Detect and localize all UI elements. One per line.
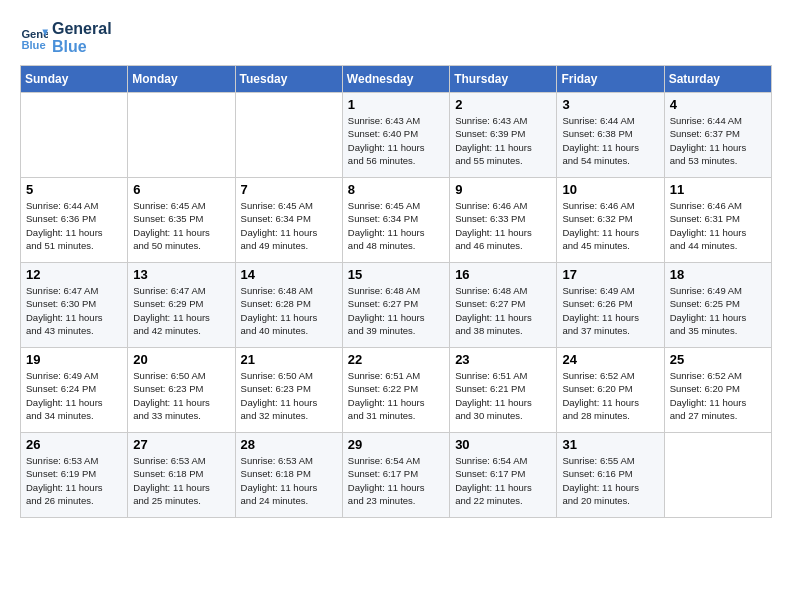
calendar-week-row: 1Sunrise: 6:43 AMSunset: 6:40 PMDaylight…: [21, 93, 772, 178]
calendar-cell: [128, 93, 235, 178]
day-info: Sunrise: 6:43 AMSunset: 6:39 PMDaylight:…: [455, 114, 551, 167]
day-info: Sunrise: 6:45 AMSunset: 6:35 PMDaylight:…: [133, 199, 229, 252]
day-number: 22: [348, 352, 444, 367]
day-info: Sunrise: 6:49 AMSunset: 6:25 PMDaylight:…: [670, 284, 766, 337]
calendar-cell: 21Sunrise: 6:50 AMSunset: 6:23 PMDayligh…: [235, 348, 342, 433]
day-info: Sunrise: 6:46 AMSunset: 6:31 PMDaylight:…: [670, 199, 766, 252]
day-number: 9: [455, 182, 551, 197]
calendar-cell: 30Sunrise: 6:54 AMSunset: 6:17 PMDayligh…: [450, 433, 557, 518]
calendar-cell: 15Sunrise: 6:48 AMSunset: 6:27 PMDayligh…: [342, 263, 449, 348]
day-info: Sunrise: 6:48 AMSunset: 6:28 PMDaylight:…: [241, 284, 337, 337]
calendar-cell: 28Sunrise: 6:53 AMSunset: 6:18 PMDayligh…: [235, 433, 342, 518]
day-info: Sunrise: 6:49 AMSunset: 6:26 PMDaylight:…: [562, 284, 658, 337]
calendar-cell: 23Sunrise: 6:51 AMSunset: 6:21 PMDayligh…: [450, 348, 557, 433]
day-info: Sunrise: 6:54 AMSunset: 6:17 PMDaylight:…: [455, 454, 551, 507]
day-number: 19: [26, 352, 122, 367]
calendar-cell: 27Sunrise: 6:53 AMSunset: 6:18 PMDayligh…: [128, 433, 235, 518]
day-number: 4: [670, 97, 766, 112]
calendar-cell: 7Sunrise: 6:45 AMSunset: 6:34 PMDaylight…: [235, 178, 342, 263]
calendar-cell: 3Sunrise: 6:44 AMSunset: 6:38 PMDaylight…: [557, 93, 664, 178]
calendar-cell: 9Sunrise: 6:46 AMSunset: 6:33 PMDaylight…: [450, 178, 557, 263]
day-number: 18: [670, 267, 766, 282]
day-number: 3: [562, 97, 658, 112]
day-number: 23: [455, 352, 551, 367]
day-info: Sunrise: 6:53 AMSunset: 6:18 PMDaylight:…: [133, 454, 229, 507]
day-info: Sunrise: 6:50 AMSunset: 6:23 PMDaylight:…: [241, 369, 337, 422]
day-info: Sunrise: 6:46 AMSunset: 6:32 PMDaylight:…: [562, 199, 658, 252]
day-number: 29: [348, 437, 444, 452]
day-number: 12: [26, 267, 122, 282]
day-info: Sunrise: 6:44 AMSunset: 6:37 PMDaylight:…: [670, 114, 766, 167]
day-number: 15: [348, 267, 444, 282]
calendar-table: SundayMondayTuesdayWednesdayThursdayFrid…: [20, 65, 772, 518]
calendar-cell: 16Sunrise: 6:48 AMSunset: 6:27 PMDayligh…: [450, 263, 557, 348]
calendar-cell: 29Sunrise: 6:54 AMSunset: 6:17 PMDayligh…: [342, 433, 449, 518]
col-header-wednesday: Wednesday: [342, 66, 449, 93]
page-header: General Blue General Blue: [20, 20, 772, 55]
calendar-cell: 8Sunrise: 6:45 AMSunset: 6:34 PMDaylight…: [342, 178, 449, 263]
day-number: 1: [348, 97, 444, 112]
day-number: 25: [670, 352, 766, 367]
calendar-cell: 1Sunrise: 6:43 AMSunset: 6:40 PMDaylight…: [342, 93, 449, 178]
day-number: 14: [241, 267, 337, 282]
day-info: Sunrise: 6:44 AMSunset: 6:38 PMDaylight:…: [562, 114, 658, 167]
calendar-cell: 18Sunrise: 6:49 AMSunset: 6:25 PMDayligh…: [664, 263, 771, 348]
calendar-cell: 24Sunrise: 6:52 AMSunset: 6:20 PMDayligh…: [557, 348, 664, 433]
day-number: 16: [455, 267, 551, 282]
calendar-week-row: 19Sunrise: 6:49 AMSunset: 6:24 PMDayligh…: [21, 348, 772, 433]
day-info: Sunrise: 6:53 AMSunset: 6:19 PMDaylight:…: [26, 454, 122, 507]
day-info: Sunrise: 6:44 AMSunset: 6:36 PMDaylight:…: [26, 199, 122, 252]
day-number: 21: [241, 352, 337, 367]
col-header-thursday: Thursday: [450, 66, 557, 93]
col-header-saturday: Saturday: [664, 66, 771, 93]
calendar-header-row: SundayMondayTuesdayWednesdayThursdayFrid…: [21, 66, 772, 93]
calendar-cell: [235, 93, 342, 178]
calendar-cell: 11Sunrise: 6:46 AMSunset: 6:31 PMDayligh…: [664, 178, 771, 263]
day-info: Sunrise: 6:46 AMSunset: 6:33 PMDaylight:…: [455, 199, 551, 252]
calendar-cell: 2Sunrise: 6:43 AMSunset: 6:39 PMDaylight…: [450, 93, 557, 178]
day-number: 13: [133, 267, 229, 282]
day-number: 2: [455, 97, 551, 112]
logo-icon: General Blue: [20, 24, 48, 52]
day-info: Sunrise: 6:45 AMSunset: 6:34 PMDaylight:…: [241, 199, 337, 252]
day-number: 24: [562, 352, 658, 367]
calendar-cell: 12Sunrise: 6:47 AMSunset: 6:30 PMDayligh…: [21, 263, 128, 348]
calendar-cell: 31Sunrise: 6:55 AMSunset: 6:16 PMDayligh…: [557, 433, 664, 518]
day-info: Sunrise: 6:51 AMSunset: 6:22 PMDaylight:…: [348, 369, 444, 422]
day-number: 26: [26, 437, 122, 452]
day-info: Sunrise: 6:48 AMSunset: 6:27 PMDaylight:…: [455, 284, 551, 337]
day-info: Sunrise: 6:45 AMSunset: 6:34 PMDaylight:…: [348, 199, 444, 252]
day-number: 6: [133, 182, 229, 197]
col-header-tuesday: Tuesday: [235, 66, 342, 93]
calendar-cell: 10Sunrise: 6:46 AMSunset: 6:32 PMDayligh…: [557, 178, 664, 263]
calendar-cell: 6Sunrise: 6:45 AMSunset: 6:35 PMDaylight…: [128, 178, 235, 263]
calendar-cell: 14Sunrise: 6:48 AMSunset: 6:28 PMDayligh…: [235, 263, 342, 348]
calendar-cell: [21, 93, 128, 178]
col-header-monday: Monday: [128, 66, 235, 93]
day-info: Sunrise: 6:52 AMSunset: 6:20 PMDaylight:…: [670, 369, 766, 422]
calendar-cell: 5Sunrise: 6:44 AMSunset: 6:36 PMDaylight…: [21, 178, 128, 263]
day-number: 17: [562, 267, 658, 282]
day-number: 8: [348, 182, 444, 197]
calendar-cell: 17Sunrise: 6:49 AMSunset: 6:26 PMDayligh…: [557, 263, 664, 348]
day-number: 27: [133, 437, 229, 452]
day-info: Sunrise: 6:50 AMSunset: 6:23 PMDaylight:…: [133, 369, 229, 422]
day-number: 5: [26, 182, 122, 197]
svg-text:Blue: Blue: [21, 39, 45, 51]
calendar-cell: 26Sunrise: 6:53 AMSunset: 6:19 PMDayligh…: [21, 433, 128, 518]
calendar-cell: 25Sunrise: 6:52 AMSunset: 6:20 PMDayligh…: [664, 348, 771, 433]
day-info: Sunrise: 6:54 AMSunset: 6:17 PMDaylight:…: [348, 454, 444, 507]
col-header-sunday: Sunday: [21, 66, 128, 93]
day-info: Sunrise: 6:51 AMSunset: 6:21 PMDaylight:…: [455, 369, 551, 422]
calendar-week-row: 12Sunrise: 6:47 AMSunset: 6:30 PMDayligh…: [21, 263, 772, 348]
day-info: Sunrise: 6:47 AMSunset: 6:29 PMDaylight:…: [133, 284, 229, 337]
day-info: Sunrise: 6:48 AMSunset: 6:27 PMDaylight:…: [348, 284, 444, 337]
calendar-week-row: 5Sunrise: 6:44 AMSunset: 6:36 PMDaylight…: [21, 178, 772, 263]
calendar-cell: 4Sunrise: 6:44 AMSunset: 6:37 PMDaylight…: [664, 93, 771, 178]
calendar-cell: 22Sunrise: 6:51 AMSunset: 6:22 PMDayligh…: [342, 348, 449, 433]
logo-text-blue: Blue: [52, 38, 112, 56]
calendar-cell: 13Sunrise: 6:47 AMSunset: 6:29 PMDayligh…: [128, 263, 235, 348]
calendar-cell: 20Sunrise: 6:50 AMSunset: 6:23 PMDayligh…: [128, 348, 235, 433]
day-number: 31: [562, 437, 658, 452]
logo: General Blue General Blue: [20, 20, 112, 55]
